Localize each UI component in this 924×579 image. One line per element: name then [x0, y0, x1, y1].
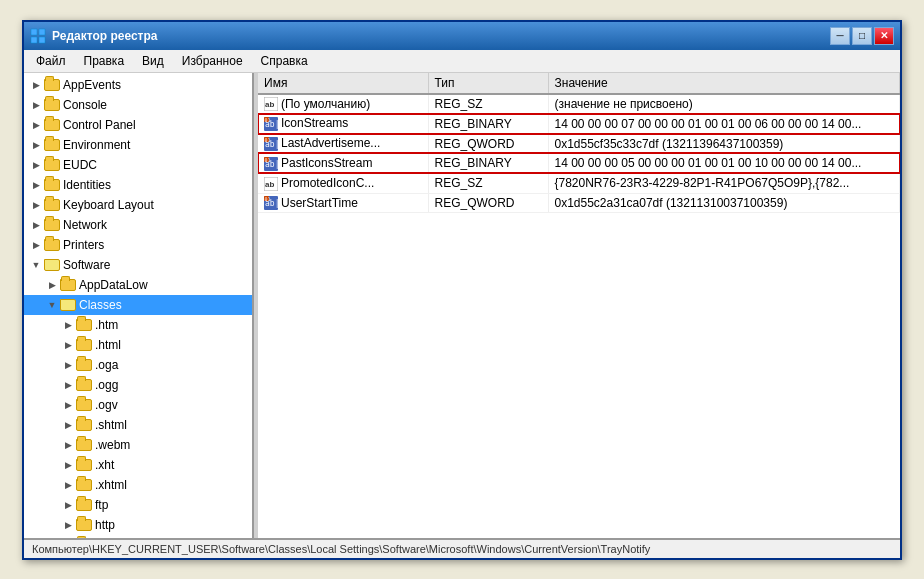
registry-editor-window: Редактор реестра ─ □ ✕ Файл Правка Вид И… [22, 20, 902, 560]
cell-name-pasticonstream: ab| 01 PastIconsStream [258, 153, 428, 173]
window-title: Редактор реестра [52, 29, 830, 43]
svg-rect-2 [31, 37, 37, 43]
menu-file[interactable]: Файл [28, 52, 74, 70]
tree-item-classes[interactable]: ▼Classes [24, 295, 252, 315]
cell-type-iconstreams: REG_BINARY [428, 114, 548, 134]
svg-text:01: 01 [265, 196, 271, 202]
folder-icon-classes [60, 297, 76, 313]
tree-label-ftp: ftp [95, 496, 108, 514]
cell-type-default: REG_SZ [428, 94, 548, 114]
tree-item-eudc[interactable]: ▶EUDC [24, 155, 252, 175]
tree-item-htm[interactable]: ▶.htm [24, 315, 252, 335]
tree-expand-oga[interactable]: ▶ [60, 357, 76, 373]
tree-item-shtml[interactable]: ▶.shtml [24, 415, 252, 435]
tree-item-webm[interactable]: ▶.webm [24, 435, 252, 455]
tree-expand-ftp[interactable]: ▶ [60, 497, 76, 513]
svg-text:ab: ab [265, 180, 274, 189]
col-header-name: Имя [258, 73, 428, 94]
cell-type-lastadvertisement: REG_QWORD [428, 134, 548, 154]
folder-icon-eudc [44, 157, 60, 173]
tree-item-ogg[interactable]: ▶.ogg [24, 375, 252, 395]
tree-expand-webm[interactable]: ▶ [60, 437, 76, 453]
tree-label-eudc: EUDC [63, 156, 97, 174]
table-row-lastadvertisement[interactable]: ab| 01 LastAdvertiseme...REG_QWORD0x1d55… [258, 134, 900, 154]
tree-label-environment: Environment [63, 136, 130, 154]
reg-icon-pasticonstream: ab| 01 [264, 156, 281, 170]
col-header-value: Значение [548, 73, 900, 94]
cell-value-default: (значение не присвоено) [548, 94, 900, 114]
tree-expand-identities[interactable]: ▶ [28, 177, 44, 193]
folder-icon-webm [76, 437, 92, 453]
tree-item-environment[interactable]: ▶Environment [24, 135, 252, 155]
tree-expand-shtml[interactable]: ▶ [60, 417, 76, 433]
cell-name-lastadvertisement: ab| 01 LastAdvertiseme... [258, 134, 428, 154]
tree-expand-keyboardlayout[interactable]: ▶ [28, 197, 44, 213]
cell-type-userstarttime: REG_QWORD [428, 193, 548, 213]
close-button[interactable]: ✕ [874, 27, 894, 45]
tree-item-appevents[interactable]: ▶AppEvents [24, 75, 252, 95]
tree-label-shtml: .shtml [95, 416, 127, 434]
svg-text:01: 01 [265, 137, 271, 143]
tree-item-xhtml[interactable]: ▶.xhtml [24, 475, 252, 495]
tree-expand-eudc[interactable]: ▶ [28, 157, 44, 173]
folder-icon-network [44, 217, 60, 233]
menu-edit[interactable]: Правка [76, 52, 133, 70]
table-row-default[interactable]: ab (По умолчанию)REG_SZ(значение не прис… [258, 94, 900, 114]
menu-help[interactable]: Справка [253, 52, 316, 70]
folder-icon-appevents [44, 77, 60, 93]
title-bar: Редактор реестра ─ □ ✕ [24, 22, 900, 50]
tree-expand-ogv[interactable]: ▶ [60, 397, 76, 413]
tree-expand-network[interactable]: ▶ [28, 217, 44, 233]
tree-expand-environment[interactable]: ▶ [28, 137, 44, 153]
tree-label-xhtml: .xhtml [95, 476, 127, 494]
table-row-pasticonstream[interactable]: ab| 01 PastIconsStreamREG_BINARY14 00 00… [258, 153, 900, 173]
table-row-promotediconc[interactable]: ab PromotedIconC...REG_SZ{7820NR76-23R3-… [258, 173, 900, 193]
tree-item-ogv[interactable]: ▶.ogv [24, 395, 252, 415]
table-row-iconstreams[interactable]: ab| 01 IconStreamsREG_BINARY14 00 00 00 … [258, 114, 900, 134]
tree-label-console: Console [63, 96, 107, 114]
tree-label-http: http [95, 516, 115, 534]
tree-item-controlpanel[interactable]: ▶Control Panel [24, 115, 252, 135]
tree-item-oga[interactable]: ▶.oga [24, 355, 252, 375]
tree-item-software[interactable]: ▼Software [24, 255, 252, 275]
cell-name-userstarttime: ab| 01 UserStartTime [258, 193, 428, 213]
cell-type-promotediconc: REG_SZ [428, 173, 548, 193]
tree-item-appdatalow[interactable]: ▶AppDataLow [24, 275, 252, 295]
tree-item-keyboardlayout[interactable]: ▶Keyboard Layout [24, 195, 252, 215]
tree-expand-appdatalow[interactable]: ▶ [44, 277, 60, 293]
menu-view[interactable]: Вид [134, 52, 172, 70]
folder-icon-ogv [76, 397, 92, 413]
tree-expand-printers[interactable]: ▶ [28, 237, 44, 253]
tree-item-http[interactable]: ▶http [24, 515, 252, 535]
window-controls: ─ □ ✕ [830, 27, 894, 45]
registry-values-pane: Имя Тип Значение ab (По умолчанию)REG_SZ… [258, 73, 900, 538]
tree-item-html[interactable]: ▶.html [24, 335, 252, 355]
menu-favorites[interactable]: Избранное [174, 52, 251, 70]
tree-item-xht[interactable]: ▶.xht [24, 455, 252, 475]
tree-expand-console[interactable]: ▶ [28, 97, 44, 113]
tree-expand-xhtml[interactable]: ▶ [60, 477, 76, 493]
menu-bar: Файл Правка Вид Избранное Справка [24, 50, 900, 73]
tree-expand-classes[interactable]: ▼ [44, 297, 60, 313]
tree-item-identities[interactable]: ▶Identities [24, 175, 252, 195]
tree-item-printers[interactable]: ▶Printers [24, 235, 252, 255]
tree-expand-software[interactable]: ▼ [28, 257, 44, 273]
registry-table-wrapper[interactable]: Имя Тип Значение ab (По умолчанию)REG_SZ… [258, 73, 900, 538]
table-row-userstarttime[interactable]: ab| 01 UserStartTimeREG_QWORD0x1d55c2a31… [258, 193, 900, 213]
tree-expand-htm[interactable]: ▶ [60, 317, 76, 333]
status-bar: Компьютер\HKEY_CURRENT_USER\Software\Cla… [24, 538, 900, 558]
tree-expand-appevents[interactable]: ▶ [28, 77, 44, 93]
tree-expand-http[interactable]: ▶ [60, 517, 76, 533]
tree-expand-ogg[interactable]: ▶ [60, 377, 76, 393]
tree-item-ftp[interactable]: ▶ftp [24, 495, 252, 515]
tree-expand-xht[interactable]: ▶ [60, 457, 76, 473]
folder-icon-environment [44, 137, 60, 153]
registry-tree[interactable]: ▶AppEvents▶Console▶Control Panel▶Environ… [24, 73, 254, 538]
minimize-button[interactable]: ─ [830, 27, 850, 45]
maximize-button[interactable]: □ [852, 27, 872, 45]
cell-value-iconstreams: 14 00 00 00 07 00 00 00 01 00 01 00 06 0… [548, 114, 900, 134]
tree-item-console[interactable]: ▶Console [24, 95, 252, 115]
tree-item-network[interactable]: ▶Network [24, 215, 252, 235]
tree-expand-html[interactable]: ▶ [60, 337, 76, 353]
tree-expand-controlpanel[interactable]: ▶ [28, 117, 44, 133]
